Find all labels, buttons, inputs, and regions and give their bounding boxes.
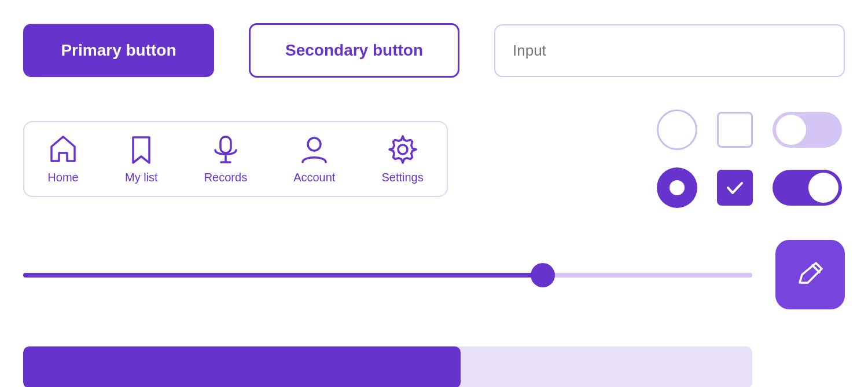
progress-bar-fill [23, 346, 461, 387]
microphone-icon [210, 134, 241, 165]
svg-rect-0 [220, 137, 231, 153]
fab-button[interactable] [775, 240, 845, 309]
nav-bar: Home My list Records Account [23, 121, 448, 197]
nav-controls-row: Home My list Records Account [23, 107, 845, 211]
checkbox-checked[interactable] [717, 170, 753, 206]
checkbox-unchecked[interactable] [717, 112, 753, 148]
radio-checked[interactable] [657, 167, 697, 208]
nav-item-records-label: Records [204, 171, 247, 184]
edit-icon [794, 258, 826, 291]
text-input[interactable] [494, 24, 845, 77]
nav-item-home-label: Home [47, 171, 78, 184]
toggle-off[interactable] [773, 112, 842, 148]
nav-item-home[interactable]: Home [47, 134, 79, 184]
nav-item-account-label: Account [293, 171, 335, 184]
nav-item-mylist-label: My list [125, 171, 158, 184]
account-icon [299, 134, 330, 165]
secondary-button[interactable]: Secondary button [249, 23, 459, 78]
fab-spacer [775, 333, 845, 387]
nav-item-settings-label: Settings [381, 171, 423, 184]
slider-container [23, 269, 752, 280]
controls-grid [654, 107, 845, 211]
buttons-input-row: Primary button Secondary button [23, 23, 845, 78]
progress-row [23, 333, 845, 387]
svg-point-3 [308, 138, 321, 151]
range-slider[interactable] [23, 273, 752, 278]
primary-button[interactable]: Primary button [23, 24, 214, 77]
nav-item-records[interactable]: Records [204, 134, 247, 184]
home-icon [47, 134, 79, 165]
nav-item-mylist[interactable]: My list [125, 134, 158, 184]
svg-point-4 [398, 145, 407, 154]
bookmark-icon [126, 134, 157, 165]
slider-fab-row [23, 240, 845, 309]
nav-item-settings[interactable]: Settings [381, 134, 423, 184]
checkmark-icon [724, 177, 745, 198]
nav-item-account[interactable]: Account [293, 134, 335, 184]
settings-icon [387, 134, 418, 165]
toggle-on[interactable] [773, 170, 842, 206]
progress-bar-container [23, 346, 752, 387]
radio-unchecked[interactable] [657, 109, 697, 150]
